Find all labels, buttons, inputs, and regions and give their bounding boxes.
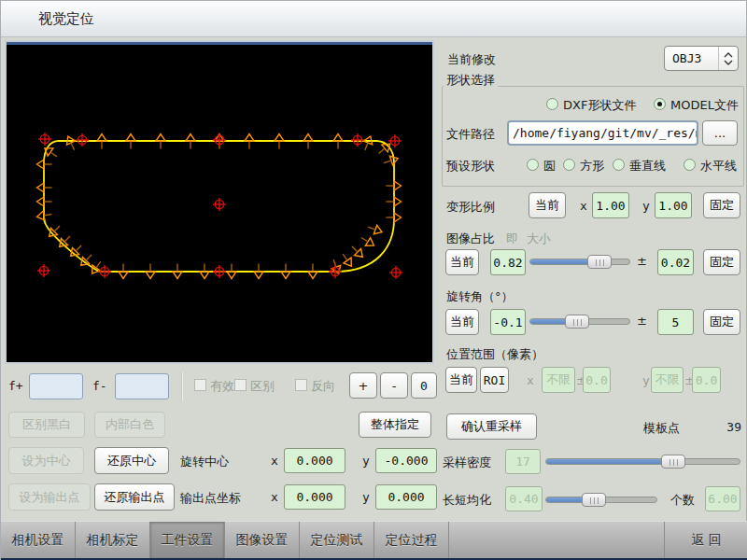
- length-average-field[interactable]: 0.40: [505, 486, 543, 511]
- radio-model-label: MODEL文件: [670, 97, 739, 114]
- output-y-field[interactable]: 0.000: [375, 484, 437, 510]
- tab-position-test[interactable]: 定位测试: [300, 522, 374, 558]
- back-button[interactable]: 返 回: [664, 522, 747, 558]
- radio-circle[interactable]: [527, 159, 539, 171]
- file-path-field[interactable]: /home/fiyang/git/mv/_res/m: [507, 120, 698, 146]
- shape-marker: [308, 264, 317, 279]
- template-points-label: 模板点: [643, 420, 680, 437]
- zero-button[interactable]: 0: [411, 372, 437, 399]
- shape-marker: [382, 154, 399, 167]
- tab-workpiece-settings[interactable]: 工件设置: [150, 522, 225, 558]
- density-slider-handle[interactable]: [661, 455, 685, 469]
- shape-marker: [333, 134, 343, 149]
- radio-dxf-label: DXF形状文件: [563, 97, 636, 114]
- set-center-button[interactable]: 设为中心: [8, 447, 84, 474]
- tab-camera-settings[interactable]: 相机设置: [1, 522, 76, 558]
- count-field[interactable]: 6.00: [705, 486, 740, 511]
- shape-marker: [97, 134, 106, 149]
- radio-hline-label: 水平线: [700, 158, 737, 175]
- ratio-current-button[interactable]: 当前: [445, 249, 479, 275]
- distinguish-checkbox[interactable]: [234, 379, 247, 391]
- shape-marker: [275, 134, 284, 149]
- window-title: 视觉定位: [38, 10, 94, 28]
- radio-hline[interactable]: [684, 159, 696, 171]
- center-x-field[interactable]: 0.000: [284, 448, 345, 473]
- rotation-pm-label: ±: [637, 314, 647, 328]
- deform-current-button[interactable]: 当前: [529, 192, 566, 218]
- position-y-tol-field[interactable]: 0.0: [692, 367, 721, 393]
- f-plus-input[interactable]: [29, 373, 83, 399]
- position-x-field[interactable]: 不限: [542, 367, 575, 393]
- spinner-arrows-icon[interactable]: [718, 47, 738, 70]
- whole-designate-button[interactable]: 整体指定: [359, 412, 431, 438]
- cross-marker: [213, 133, 226, 147]
- tab-image-settings[interactable]: 图像设置: [225, 522, 300, 558]
- shape-marker: [387, 181, 402, 190]
- position-x-tol-field[interactable]: 0.0: [583, 367, 611, 393]
- sampling-density-slider[interactable]: [545, 455, 740, 469]
- shape-marker: [173, 264, 182, 279]
- position-current-button[interactable]: 当前: [445, 367, 477, 393]
- f-minus-input[interactable]: [115, 373, 169, 399]
- distinguish-checkbox-label: 区别: [250, 378, 275, 395]
- radio-model-file[interactable]: [654, 98, 666, 110]
- length-average-slider[interactable]: [545, 493, 657, 507]
- ratio-value-field[interactable]: 0.82: [490, 249, 526, 275]
- deform-x-field[interactable]: 1.00: [592, 192, 629, 218]
- shape-marker: [359, 233, 376, 249]
- ratio-slider-handle[interactable]: [587, 255, 612, 269]
- rotation-slider[interactable]: [529, 315, 630, 329]
- valid-checkbox-label: 有效: [210, 378, 234, 395]
- rotation-value-field[interactable]: -0.1: [490, 309, 526, 335]
- shape-view-svg: [7, 46, 431, 361]
- deform-y-field[interactable]: 1.00: [655, 192, 692, 218]
- rotation-tol-field[interactable]: 5: [657, 309, 694, 335]
- roi-button[interactable]: ROI: [480, 367, 509, 393]
- confirm-resample-button[interactable]: 确认重采样: [446, 413, 537, 440]
- radio-vline[interactable]: [613, 159, 625, 171]
- sampling-density-label: 采样密度: [443, 455, 491, 471]
- center-y-label: y: [362, 454, 370, 468]
- ratio-slider[interactable]: [529, 255, 630, 269]
- output-x-field[interactable]: 0.000: [284, 484, 345, 510]
- inner-white-button[interactable]: 内部白色: [94, 412, 165, 438]
- shape-marker: [126, 134, 135, 149]
- reverse-checkbox[interactable]: [295, 379, 307, 391]
- shape-marker: [339, 251, 355, 269]
- shape-marker: [281, 264, 290, 279]
- image-ratio-label: 图像占比: [446, 231, 495, 247]
- tab-position-process[interactable]: 定位过程: [374, 522, 449, 558]
- cross-marker: [351, 133, 364, 147]
- radio-circle-label: 圆: [543, 158, 556, 175]
- radio-square[interactable]: [563, 159, 575, 171]
- shape-marker: [146, 264, 155, 279]
- ratio-fixed-button[interactable]: 固定: [703, 249, 740, 275]
- density-slider-fill: [546, 459, 674, 464]
- radio-dxf-file[interactable]: [546, 98, 558, 110]
- ratio-tol-field[interactable]: 0.02: [657, 249, 694, 275]
- minus-button[interactable]: -: [380, 372, 408, 399]
- position-y-field[interactable]: 不限: [651, 367, 684, 393]
- browse-button[interactable]: ...: [702, 120, 738, 146]
- f-plus-label: f+: [8, 379, 23, 393]
- output-x-label: x: [271, 490, 278, 504]
- tab-camera-calibration[interactable]: 相机标定: [76, 522, 150, 558]
- restore-center-button[interactable]: 还原中心: [94, 447, 169, 474]
- object-selector[interactable]: OBJ3: [664, 46, 739, 71]
- bottom-tab-bar: 相机设置 相机标定 工件设置 图像设置 定位测试 定位过程 返 回: [1, 521, 747, 558]
- center-y-field[interactable]: -0.000: [375, 448, 437, 473]
- image-canvas[interactable]: [5, 40, 434, 364]
- restore-output-button[interactable]: 还原输出点: [94, 483, 175, 511]
- average-slider-handle[interactable]: [582, 493, 606, 507]
- rotation-fixed-button[interactable]: 固定: [703, 309, 740, 335]
- plus-button[interactable]: +: [349, 372, 377, 399]
- shape-marker: [387, 213, 402, 222]
- deform-fixed-button[interactable]: 固定: [703, 192, 740, 218]
- sampling-density-field[interactable]: 17: [505, 449, 541, 474]
- rotation-current-button[interactable]: 当前: [445, 309, 479, 335]
- visual-positioning-window: 视觉定位 当前修改 OBJ3 形状选择 DXF形状文件 MODEL文件 文件路径…: [0, 0, 747, 560]
- rotation-slider-handle[interactable]: [565, 315, 589, 329]
- distinguish-bw-button[interactable]: 区别黑白: [8, 412, 85, 438]
- valid-checkbox[interactable]: [194, 379, 206, 391]
- set-output-button[interactable]: 设为输出点: [8, 483, 91, 511]
